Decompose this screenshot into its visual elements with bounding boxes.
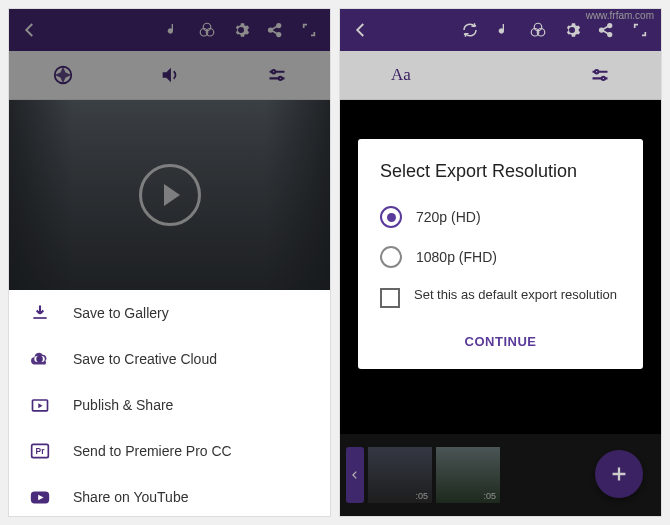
svg-text:Pr: Pr [36,446,46,456]
sub-toolbar: Aa [340,51,661,100]
svg-point-7 [272,70,275,73]
clip-thumbnail[interactable]: :05 [368,447,432,503]
aperture-icon[interactable] [52,64,74,86]
share-menu: Save to Gallery Save to Creative Cloud P… [9,290,330,517]
play-icon[interactable] [139,164,201,226]
youtube-icon [29,486,51,508]
checkbox-label: Set this as default export resolution [414,286,621,304]
save-gallery-item[interactable]: Save to Gallery [9,290,330,336]
svg-point-8 [278,77,281,80]
default-resolution-checkbox[interactable]: Set this as default export resolution [380,286,621,308]
share-icon[interactable] [266,21,284,39]
music-icon[interactable] [164,21,182,39]
save-cloud-item[interactable]: Save to Creative Cloud [9,336,330,382]
dialog-title: Select Export Resolution [380,161,621,182]
share-youtube-item[interactable]: Share on YouTube [9,474,330,517]
radio-icon [380,246,402,268]
export-resolution-dialog: Select Export Resolution 720p (HD) 1080p… [358,139,643,369]
resolution-option-1080p[interactable]: 1080p (FHD) [380,246,621,268]
publish-icon [29,394,51,416]
clip-duration: :05 [415,491,428,501]
radio-icon [380,206,402,228]
add-clip-button[interactable] [595,450,643,498]
premiere-icon: Pr [29,440,51,462]
share-item-label: Publish & Share [73,397,173,413]
sync-icon[interactable] [461,21,479,39]
publish-share-item[interactable]: Publish & Share [9,382,330,428]
back-icon[interactable] [21,21,39,39]
looks-icon[interactable] [198,21,216,39]
share-item-label: Save to Creative Cloud [73,351,217,367]
svg-point-23 [602,77,605,80]
clip-trim-handle[interactable] [346,447,364,503]
svg-point-22 [595,70,598,73]
radio-label: 720p (HD) [416,209,481,225]
back-icon[interactable] [352,21,370,39]
fullscreen-icon[interactable] [631,21,649,39]
sliders-icon[interactable] [589,64,611,86]
share-item-label: Send to Premiere Pro CC [73,443,232,459]
resolution-option-720p[interactable]: 720p (HD) [380,206,621,228]
svg-point-11 [36,356,43,363]
clip-thumbnail[interactable]: :05 [436,447,500,503]
sliders-icon[interactable] [266,64,288,86]
share-item-label: Share on YouTube [73,489,188,505]
download-icon [29,302,51,324]
share-item-label: Save to Gallery [73,305,169,321]
send-premiere-item[interactable]: Pr Send to Premiere Pro CC [9,428,330,474]
gear-icon[interactable] [563,21,581,39]
fullscreen-icon[interactable] [300,21,318,39]
gear-icon[interactable] [232,21,250,39]
continue-button[interactable]: CONTINUE [380,328,621,355]
music-icon[interactable] [495,21,513,39]
video-preview[interactable] [9,100,330,290]
looks-icon[interactable] [529,21,547,39]
share-icon[interactable] [597,21,615,39]
watermark-text: www.frfam.com [586,10,654,21]
topbar [9,9,330,51]
two-screens: Save to Gallery Save to Creative Cloud P… [0,0,670,525]
text-tool-icon[interactable]: Aa [390,64,412,86]
volume-icon[interactable] [159,64,181,86]
clip-duration: :05 [483,491,496,501]
checkbox-icon [380,288,400,308]
share-screen: Save to Gallery Save to Creative Cloud P… [8,8,331,517]
sub-toolbar [9,51,330,100]
radio-label: 1080p (FHD) [416,249,497,265]
cloud-icon [29,348,51,370]
export-screen: Aa :05 :05 Select Exp [339,8,662,517]
